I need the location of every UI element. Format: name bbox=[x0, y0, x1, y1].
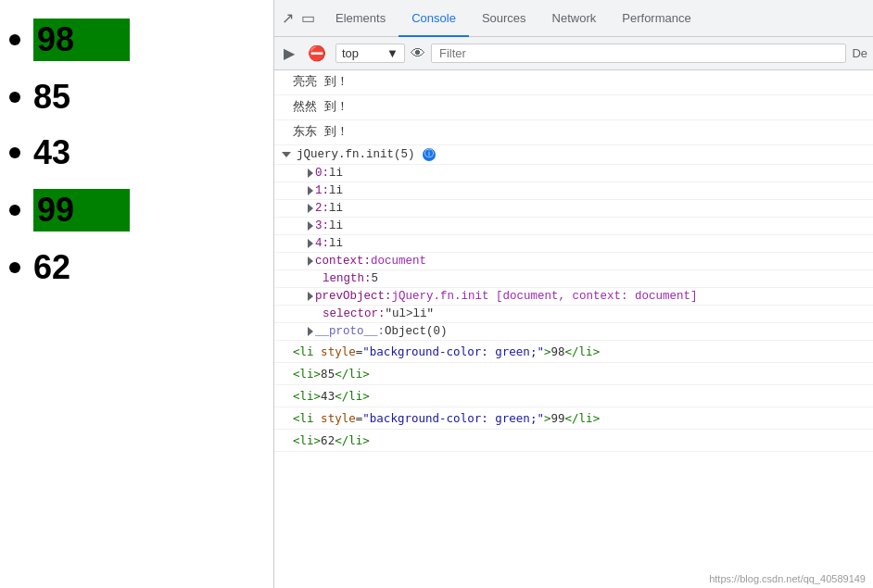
html-line-1: <li style="background-color: green;">98<… bbox=[274, 341, 873, 363]
prop-key: __proto__: bbox=[315, 325, 385, 338]
expand-icon bbox=[308, 169, 313, 178]
prop-val: document bbox=[371, 255, 426, 268]
prop-key: selector: bbox=[323, 307, 386, 320]
cursor-icon[interactable]: ↗ bbox=[282, 9, 294, 27]
expand-icon bbox=[308, 204, 313, 213]
clear-console-button[interactable]: ▶ bbox=[280, 41, 298, 66]
expand-icon bbox=[308, 327, 313, 336]
prop-selector: selector: "ul>li" bbox=[274, 306, 873, 323]
prop-length: length: 5 bbox=[274, 270, 873, 288]
expand-icon bbox=[308, 239, 313, 248]
prop-key: prevObject: bbox=[315, 290, 392, 303]
devtools-panel: ↗ ▭ Elements Console Sources Network Per… bbox=[273, 0, 873, 588]
expand-icon bbox=[308, 292, 313, 301]
list-item: 62 bbox=[9, 248, 259, 287]
device-icon[interactable]: ▭ bbox=[301, 9, 315, 27]
expand-icon bbox=[282, 152, 291, 157]
jquery-object-header[interactable]: jQuery.fn.init(5) ⓘ bbox=[274, 145, 873, 165]
context-select[interactable]: top ▼ bbox=[335, 44, 405, 63]
list-item: 43 bbox=[9, 133, 259, 172]
list-item: 98 bbox=[9, 19, 259, 61]
prop-key: 3: bbox=[315, 219, 329, 232]
html-line-2: <li>85</li> bbox=[274, 363, 873, 385]
tab-network[interactable]: Network bbox=[539, 0, 610, 37]
console-output: 亮亮 到！ 然然 到！ 东东 到！ jQuery.fn.init(5) ⓘ 0:… bbox=[274, 70, 873, 588]
bullet bbox=[9, 262, 20, 273]
list-number-43: 43 bbox=[33, 133, 70, 172]
list-number-62: 62 bbox=[33, 248, 70, 287]
bullet bbox=[9, 92, 20, 103]
prop-proto[interactable]: __proto__: Object(0) bbox=[274, 323, 873, 341]
jquery-obj-label: jQuery.fn.init(5) bbox=[297, 148, 415, 161]
de-label: De bbox=[852, 46, 867, 60]
info-badge: ⓘ bbox=[423, 148, 436, 161]
tab-elements[interactable]: Elements bbox=[323, 0, 399, 37]
list-number-99: 99 bbox=[33, 189, 130, 231]
expand-icon bbox=[308, 221, 313, 231]
tab-sources[interactable]: Sources bbox=[469, 0, 539, 37]
prop-key: 2: bbox=[315, 202, 329, 215]
prop-val: li bbox=[329, 167, 343, 180]
console-line-3: 东东 到！ bbox=[274, 120, 873, 145]
prop-key: context: bbox=[315, 255, 371, 268]
console-toolbar: ▶ ⛔ top ▼ 👁 De bbox=[274, 37, 873, 70]
console-line-2: 然然 到！ bbox=[274, 95, 873, 120]
context-select-value: top bbox=[342, 46, 359, 60]
html-line-3: <li>43</li> bbox=[274, 385, 873, 407]
chevron-down-icon: ▼ bbox=[386, 46, 399, 60]
left-panel: 98 85 43 99 62 bbox=[0, 0, 269, 588]
prop-2[interactable]: 2: li bbox=[274, 200, 873, 218]
list-item: 99 bbox=[9, 189, 259, 231]
html-line-5: <li>62</li> bbox=[274, 430, 873, 452]
filter-input[interactable] bbox=[431, 44, 846, 63]
html-line-4: <li style="background-color: green;">99<… bbox=[274, 407, 873, 430]
prop-val: Object(0) bbox=[385, 325, 448, 338]
prop-val: 5 bbox=[372, 272, 379, 285]
prop-key: 0: bbox=[315, 167, 329, 180]
prop-context[interactable]: context: document bbox=[274, 253, 873, 270]
expand-icon bbox=[308, 256, 313, 266]
tab-console[interactable]: Console bbox=[399, 0, 469, 37]
prop-prevobject[interactable]: prevObject: jQuery.fn.init [document, co… bbox=[274, 288, 873, 306]
prop-4[interactable]: 4: li bbox=[274, 235, 873, 253]
prop-key: length: bbox=[323, 272, 372, 285]
list-item: 85 bbox=[9, 78, 259, 117]
expand-icon bbox=[308, 186, 313, 195]
tab-performance[interactable]: Performance bbox=[609, 0, 703, 37]
eye-icon[interactable]: 👁 bbox=[411, 45, 425, 62]
prop-val: jQuery.fn.init [document, context: docum… bbox=[392, 290, 698, 303]
prop-key: 4: bbox=[315, 237, 329, 250]
prop-val: "ul>li" bbox=[386, 307, 435, 320]
prop-val: li bbox=[329, 184, 343, 197]
prop-0[interactable]: 0: li bbox=[274, 165, 873, 182]
prop-1[interactable]: 1: li bbox=[274, 182, 873, 200]
console-line-1: 亮亮 到！ bbox=[274, 70, 873, 95]
block-icon[interactable]: ⛔ bbox=[304, 41, 330, 66]
list-number-85: 85 bbox=[33, 78, 70, 117]
prop-val: li bbox=[329, 202, 343, 215]
prop-val: li bbox=[329, 219, 343, 232]
bullet bbox=[9, 205, 20, 216]
bullet bbox=[9, 34, 20, 45]
prop-key: 1: bbox=[315, 184, 329, 197]
prop-3[interactable]: 3: li bbox=[274, 218, 873, 235]
prop-val: li bbox=[329, 237, 343, 250]
bullet bbox=[9, 147, 20, 158]
url-hint: https://blog.csdn.net/qq_40589149 bbox=[709, 573, 866, 584]
tab-bar: ↗ ▭ Elements Console Sources Network Per… bbox=[274, 0, 873, 37]
list-number-98: 98 bbox=[33, 19, 130, 61]
